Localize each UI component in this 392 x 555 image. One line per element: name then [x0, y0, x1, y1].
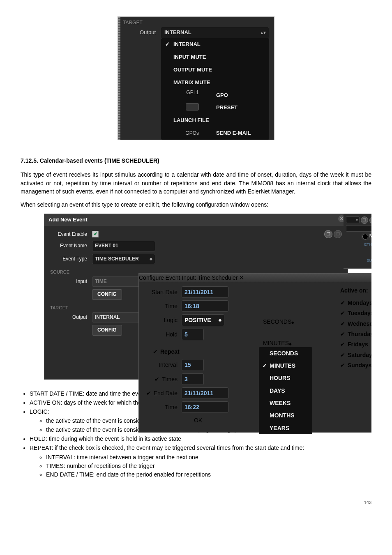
logic-value: POSITIVE	[184, 316, 211, 324]
gpos-label: GPOs	[166, 130, 204, 137]
updown-icon: ▲▼	[260, 30, 265, 36]
day-fri-label: Fridays	[348, 340, 368, 348]
updown-icon: ◆	[150, 256, 152, 262]
end-time-input[interactable]: 16:22	[182, 401, 228, 413]
paragraph-1: This type of event receives its input st…	[21, 170, 371, 196]
list-item: TIMES: number of repetitions of the trig…	[46, 462, 371, 470]
gpi-led	[186, 103, 199, 111]
peek-select-2[interactable]	[346, 225, 371, 232]
start-date-label: Start Date	[145, 288, 182, 296]
list-item: INTERVAL: time interval between a trigge…	[46, 453, 371, 461]
page-number: 143	[21, 500, 371, 506]
net-badge: NE	[361, 233, 371, 240]
logic-label: Logic	[145, 316, 182, 324]
event-enable-checkbox[interactable]: ✔	[92, 231, 99, 237]
menu-item-preset[interactable]: PRESET	[204, 101, 264, 114]
menu-item-send-email[interactable]: SEND E-MAIL	[204, 127, 264, 140]
updown-icon: ◆	[291, 320, 294, 325]
times-label: Times	[162, 375, 178, 383]
day-thu-label: Thursdays	[348, 330, 371, 338]
interval-label: Interval	[145, 361, 182, 369]
start-date-input[interactable]: 21/11/2011	[182, 286, 228, 298]
day-fri-checkbox[interactable]: ✔	[340, 340, 345, 348]
end-date-input[interactable]: 21/11/2011	[182, 387, 228, 399]
times-checkbox[interactable]: ✔	[154, 375, 159, 383]
day-tue-checkbox[interactable]: ✔	[340, 309, 345, 317]
net-dot-icon	[362, 234, 368, 240]
unit-option-years[interactable]: YEARS	[259, 422, 312, 434]
paste-icon[interactable]: ❐	[334, 230, 342, 238]
unit-option-weeks[interactable]: WEEKS	[259, 397, 312, 409]
list-item: HOLD: time during which the event is hel…	[30, 435, 371, 443]
menu-item-input-mute[interactable]: INPUT MUTE	[161, 51, 269, 64]
event-enable-label: Event Enable	[50, 231, 92, 238]
day-wed-checkbox[interactable]: ✔	[340, 320, 345, 328]
event-type-select[interactable]: TIME SCHEDULER ◆	[92, 254, 155, 264]
interval-unit-select[interactable]: MINUTES◆	[263, 339, 329, 347]
day-sat-label: Saturdays	[348, 351, 371, 359]
section-heading: 7.12.5. Calendar-based events (TIME SCHE…	[21, 157, 371, 165]
repeat-label: Repeat	[160, 348, 180, 356]
hold-unit-value: SECONDS	[263, 318, 291, 325]
menu-item-matrix-mute[interactable]: MATRIX MUTE	[161, 76, 269, 89]
hold-input[interactable]: 5	[182, 329, 204, 340]
menu-item-gpo[interactable]: GPO	[204, 89, 264, 102]
day-sat-checkbox[interactable]: ✔	[340, 351, 345, 359]
day-sun-checkbox[interactable]: ✔	[340, 361, 345, 369]
close-icon[interactable]: ✕	[239, 274, 244, 281]
unit-option-seconds[interactable]: SECONDS	[259, 347, 312, 359]
times-input[interactable]: 3	[182, 373, 204, 385]
active-on-label: Active on:	[340, 286, 371, 295]
unit-option-hours[interactable]: HOURS	[259, 372, 312, 384]
repeat-checkbox[interactable]: ✔	[153, 348, 158, 356]
dialog-title: Add New Event ✕	[44, 214, 348, 226]
peek-subn: SUBN	[346, 258, 371, 263]
updown-icon: ◆	[289, 342, 292, 346]
menu-item-launch-file[interactable]: LAUNCH FILE	[161, 114, 269, 127]
day-mon-checkbox[interactable]: ✔	[340, 299, 345, 307]
inner-dialog-title: Configure Event Input: Time Scheduler ✕	[139, 274, 371, 282]
end-date-checkbox[interactable]: ✔	[146, 389, 151, 397]
dialog-title-text: Add New Event	[48, 216, 88, 223]
list-item-text: REPEAT: if the check box is checked, the…	[30, 444, 304, 451]
end-time-label: Time	[145, 403, 182, 411]
day-thu-checkbox[interactable]: ✔	[340, 330, 345, 338]
peek-ether: ETHER	[346, 242, 371, 247]
copy-icon[interactable]: ❐	[324, 230, 332, 238]
menu-item-output-mute[interactable]: OUTPUT MUTE	[161, 64, 269, 76]
unit-option-days[interactable]: DAYS	[259, 385, 312, 397]
peek-u: U	[346, 253, 371, 258]
unit-option-months[interactable]: MONTHS	[259, 409, 312, 421]
list-item-text: LOGIC:	[30, 408, 49, 415]
inner-dialog-title-text: Configure Event Input: Time Scheduler	[139, 274, 238, 281]
list-item: REPEAT: if the check box is checked, the…	[30, 444, 371, 479]
output-select[interactable]: INTERNAL ▲▼	[161, 27, 269, 39]
day-mon-label: Mondays	[348, 299, 371, 307]
event-name-input[interactable]: EVENT 01	[92, 241, 155, 251]
event-name-label: Event Name	[50, 242, 92, 249]
input-label: Input	[50, 278, 92, 285]
gpi1-label: GPI 1	[166, 89, 204, 96]
net-badge-text: NE	[369, 233, 371, 240]
peek-ip: IP	[346, 247, 371, 253]
interval-unit-value: MINUTES	[263, 340, 289, 346]
source-config-button[interactable]: CONFIG	[92, 289, 122, 299]
interval-unit-dropdown: SECONDS MINUTES HOURS DAYS WEEKS MONTHS …	[259, 347, 312, 434]
target-output-label: Output	[50, 314, 92, 321]
ok-button[interactable]: OK	[184, 415, 212, 425]
list-item: END DATE / TIME: end date of the period …	[46, 470, 371, 479]
target-config-button[interactable]: CONFIG	[92, 325, 122, 335]
peek-icon-2[interactable]: ❐	[369, 216, 371, 224]
peek-select[interactable]	[346, 216, 360, 223]
time-input[interactable]: 16:18	[182, 300, 228, 312]
paragraph-2: When selecting an event of this type to …	[21, 200, 371, 209]
hold-unit-select[interactable]: SECONDS◆	[263, 318, 329, 326]
menu-item-internal[interactable]: INTERNAL	[161, 38, 269, 51]
event-type-label: Event Type	[50, 256, 92, 263]
unit-option-minutes[interactable]: MINUTES	[259, 359, 312, 372]
peek-icon-1[interactable]: ❐	[361, 216, 368, 224]
end-date-label: End Date	[154, 389, 178, 397]
interval-input[interactable]: 15	[182, 359, 204, 371]
screenshot-output-dropdown: TARGET Output INTERNAL ▲▼ INTERNAL INPUT…	[118, 16, 274, 140]
logic-select[interactable]: POSITIVE◆	[182, 314, 224, 326]
